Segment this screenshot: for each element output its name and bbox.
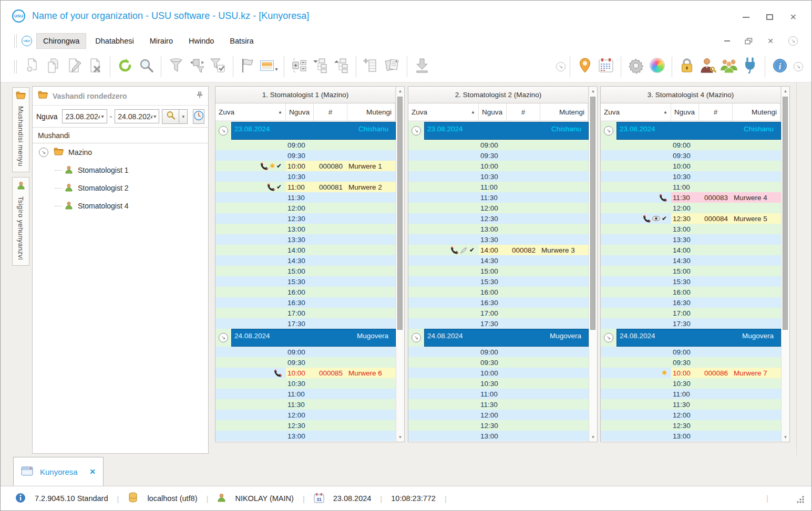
time-button[interactable] [193, 109, 204, 124]
time-slot-row[interactable]: 12:00 [408, 203, 589, 213]
time-slot-row[interactable]: 17:00 [408, 308, 589, 318]
time-slot-row[interactable]: 12:30 [215, 213, 396, 224]
column-header-nguva[interactable]: Nguva [671, 103, 699, 121]
time-slot-row[interactable]: 09:00 [215, 140, 396, 150]
appointment-row[interactable]: ✳10:00000086Murwere 7 [601, 368, 781, 378]
column-header-zuva[interactable]: Zuva▲ [408, 103, 479, 121]
add-row-button[interactable] [361, 55, 382, 79]
time-slot-row[interactable]: 10:00 [601, 161, 781, 171]
time-slot-row[interactable]: 09:30 [408, 357, 589, 368]
search-button[interactable] [136, 55, 157, 79]
minimize-button[interactable] [743, 17, 749, 18]
time-slot-row[interactable]: 14:30 [408, 255, 589, 266]
tree-column-header[interactable]: Mushandi [33, 128, 208, 143]
time-slot-row[interactable]: 11:30 [408, 192, 589, 203]
time-slot-row[interactable]: 10:30 [215, 171, 396, 182]
time-slot-row[interactable]: 11:30 [215, 192, 396, 203]
time-slot-row[interactable]: 10:00 [408, 368, 589, 378]
time-slot-row[interactable]: 11:00 [601, 389, 781, 399]
time-slot-row[interactable]: 13:00 [215, 224, 396, 234]
appointment-row[interactable]: ✳✔10:00000080Murwere 1 [215, 161, 396, 171]
collapse-day-icon[interactable]: ↘ [219, 333, 228, 342]
time-slot-row[interactable]: 12:00 [601, 203, 781, 213]
time-slot-row[interactable]: 10:30 [601, 378, 781, 389]
date-header-row[interactable]: ↘23.08.2024Chishanu [215, 122, 396, 140]
lock-button[interactable] [676, 55, 697, 79]
time-slot-row[interactable]: 13:00 [408, 224, 589, 234]
scrollbar-up-icon[interactable]: ▲ [782, 87, 789, 95]
menu-item-chirongwa[interactable]: Chirongwa [36, 33, 86, 49]
date-header-row[interactable]: ↘24.08.2024Mugovera [601, 329, 781, 347]
search-button[interactable] [162, 109, 179, 124]
export-button[interactable] [412, 55, 433, 79]
column-header-number[interactable]: # [507, 103, 540, 121]
time-slot-row[interactable]: 16:30 [215, 297, 396, 308]
column-header-nguva[interactable]: Nguva [286, 103, 314, 121]
time-slot-row[interactable]: 13:00 [601, 224, 781, 234]
collapse-day-icon[interactable]: ↘ [412, 333, 421, 342]
scrollbar-up-icon[interactable]: ▲ [396, 87, 404, 95]
database-icon[interactable] [128, 492, 138, 505]
time-slot-row[interactable]: 14:30 [601, 255, 781, 266]
time-slot-row[interactable]: 09:30 [215, 357, 396, 368]
collapse-day-icon[interactable]: ↘ [604, 333, 613, 342]
menu-item-batsira[interactable]: Batsira [223, 33, 260, 49]
time-slot-row[interactable]: 11:00 [408, 389, 589, 399]
tree-employee-row[interactable]: Stomatologist 4 [33, 197, 208, 215]
plugins-button[interactable] [739, 55, 760, 79]
filter-check-button[interactable] [208, 55, 229, 79]
time-slot-row[interactable]: 10:30 [408, 171, 589, 182]
time-slot-row[interactable]: 09:30 [408, 150, 589, 161]
time-slot-row[interactable]: 11:30 [601, 399, 781, 410]
time-slot-row[interactable]: 17:00 [215, 308, 396, 318]
flag-button[interactable] [238, 55, 259, 79]
time-slot-row[interactable]: 09:00 [408, 347, 589, 357]
settings-button[interactable] [625, 55, 646, 79]
time-slot-row[interactable]: 12:30 [408, 420, 589, 431]
filter-button[interactable] [166, 55, 187, 79]
time-slot-row[interactable]: 12:00 [408, 410, 589, 420]
time-slot-row[interactable]: 09:00 [601, 347, 781, 357]
column-header-number[interactable]: # [699, 103, 733, 121]
calendar-31-icon[interactable]: 31 [314, 493, 324, 505]
toolbar-drag-grip[interactable] [14, 60, 17, 74]
time-slot-row[interactable]: 14:00 [601, 245, 781, 255]
time-slot-row[interactable]: 10:00 [408, 161, 589, 171]
appointment-row[interactable]: 10:00000085Murwere 6 [215, 368, 396, 378]
maximize-button[interactable] [766, 14, 773, 20]
time-slot-row[interactable]: 14:30 [215, 255, 396, 266]
mdi-restore-button[interactable] [745, 38, 753, 45]
scrollbar-up-icon[interactable]: ▲ [589, 87, 597, 95]
time-slot-row[interactable]: 17:30 [215, 318, 396, 329]
scrollbar-thumb[interactable] [397, 97, 403, 330]
time-slot-row[interactable]: 17:30 [408, 318, 589, 329]
map-pin-button[interactable] [574, 55, 595, 79]
time-slot-row[interactable]: 12:00 [215, 203, 396, 213]
date-header-row[interactable]: ↘23.08.2024Chishanu [408, 122, 589, 140]
time-slot-row[interactable]: 09:30 [215, 150, 396, 161]
time-slot-row[interactable]: 09:00 [408, 140, 589, 150]
panel-scrollbar[interactable]: ▲▼ [589, 87, 597, 442]
delete-record-button[interactable] [85, 55, 106, 79]
pin-icon[interactable] [197, 91, 203, 101]
date-header-row[interactable]: ↘24.08.2024Mugovera [408, 329, 589, 347]
reports-button[interactable] [382, 55, 403, 79]
scrollbar-thumb[interactable] [783, 97, 788, 330]
sidebar-tab-tsigiro-yehunyanzvi[interactable]: Tsigiro yehunyanzvi [12, 177, 29, 266]
column-header-zuva[interactable]: Zuva▲ [215, 103, 286, 121]
time-slot-row[interactable]: 12:30 [215, 420, 396, 431]
time-slot-row[interactable]: 10:30 [601, 171, 781, 182]
time-slot-row[interactable]: 12:30 [601, 420, 781, 431]
time-slot-row[interactable]: 15:30 [601, 276, 781, 287]
new-record-button[interactable] [22, 55, 43, 79]
time-slot-row[interactable]: 12:00 [601, 410, 781, 420]
time-slot-row[interactable]: 15:00 [408, 266, 589, 276]
time-slot-row[interactable]: 16:00 [215, 287, 396, 297]
menu-item-dhatabhesi[interactable]: Dhatabhesi [88, 33, 140, 49]
time-slot-row[interactable]: 15:00 [601, 266, 781, 276]
time-slot-row[interactable]: 17:00 [601, 308, 781, 318]
calendar-button[interactable] [595, 55, 616, 79]
edit-record-button[interactable] [64, 55, 85, 79]
expand-collapse-icon[interactable]: ↘ [39, 148, 48, 157]
collapse-branch-button[interactable] [331, 55, 352, 79]
